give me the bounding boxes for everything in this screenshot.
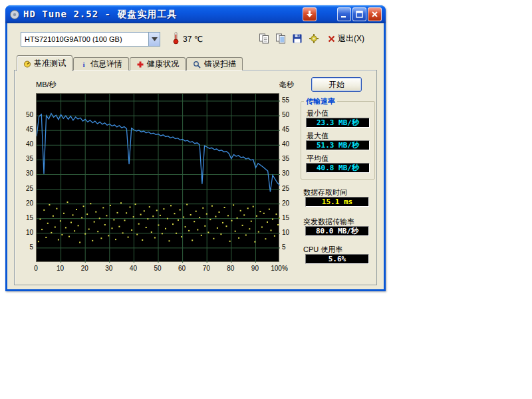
y-axis-tick-right: 35 bbox=[282, 155, 302, 162]
chevron-down-icon[interactable] bbox=[148, 33, 160, 46]
exit-button[interactable]: 退出(X) bbox=[327, 32, 365, 45]
window-title: HD Tune 2.52 - 硬盘实用工具 bbox=[23, 9, 177, 21]
burst-rate-value: 80.0 MB/秒 bbox=[305, 226, 369, 236]
tab-health[interactable]: 健康状况 bbox=[130, 57, 186, 70]
y-axis-tick-left: 40 bbox=[15, 140, 33, 148]
x-axis-tick: 50 bbox=[148, 265, 168, 272]
temperature-readout: 37 ℃ bbox=[183, 35, 203, 44]
copy-image-icon bbox=[275, 33, 286, 44]
y-axis-tick-right: 25 bbox=[282, 185, 302, 192]
options-icon bbox=[309, 33, 319, 44]
drive-select-value: HTS721010G9AT00 (100 GB) bbox=[25, 35, 148, 43]
info-icon: i bbox=[80, 61, 88, 68]
y-axis-tick-right: 20 bbox=[282, 200, 302, 207]
toolbar-icons bbox=[257, 32, 321, 45]
save-icon bbox=[292, 33, 303, 44]
x-axis-tick: 0 bbox=[26, 265, 46, 272]
x-axis-tick: 100% bbox=[269, 265, 289, 272]
y-axis-tick-right: 5 bbox=[282, 243, 302, 251]
y-axis-tick-right: 10 bbox=[282, 229, 302, 236]
y-axis-tick-left: 35 bbox=[15, 155, 33, 162]
x-axis-tick: 70 bbox=[196, 265, 216, 272]
y-axis-tick-left: 5 bbox=[15, 243, 33, 251]
transfer-rate-group: 传输速率 最小值 23.3 MB/秒 最大值 51.3 MB/秒 平均值 40.… bbox=[301, 101, 375, 180]
y-axis-tick-right: 15 bbox=[282, 214, 302, 221]
benchmark-icon bbox=[23, 60, 31, 68]
plot-area bbox=[36, 93, 279, 262]
y-axis-tick-right: 45 bbox=[282, 126, 302, 133]
tab-benchmark[interactable]: 基准测试 bbox=[17, 55, 72, 71]
tab-health-label: 健康状况 bbox=[147, 59, 179, 70]
close-button[interactable] bbox=[368, 7, 382, 21]
drive-select[interactable]: HTS721010G9AT00 (100 GB) bbox=[21, 32, 160, 47]
exit-x-icon bbox=[327, 35, 336, 43]
y-axis-tick-left: 10 bbox=[15, 229, 33, 236]
x-axis-tick: 30 bbox=[99, 265, 119, 272]
download-arrow-icon bbox=[305, 9, 315, 19]
close-icon bbox=[370, 10, 379, 19]
avg-value: 40.8 MB/秒 bbox=[306, 163, 370, 173]
y-axis-tick-right: 30 bbox=[282, 170, 302, 177]
tab-info-label: 信息详情 bbox=[90, 59, 122, 70]
x-axis-tick: 90 bbox=[245, 265, 265, 272]
exit-label: 退出(X) bbox=[338, 33, 364, 45]
left-axis-unit: MB/秒 bbox=[36, 80, 57, 90]
svg-text:i: i bbox=[82, 61, 84, 68]
tab-benchmark-label: 基准测试 bbox=[34, 58, 66, 69]
x-axis-tick: 60 bbox=[172, 265, 192, 272]
max-value: 51.3 MB/秒 bbox=[306, 140, 370, 150]
x-axis-tick: 10 bbox=[51, 265, 70, 272]
options-button[interactable] bbox=[307, 32, 321, 45]
y-axis-tick-left: 30 bbox=[15, 170, 33, 177]
minimize-icon bbox=[340, 10, 348, 19]
y-axis-tick-right: 40 bbox=[282, 140, 302, 148]
maximize-button[interactable] bbox=[352, 7, 366, 21]
app-icon[interactable] bbox=[9, 9, 20, 20]
maximize-icon bbox=[355, 10, 364, 19]
start-button[interactable]: 开始 bbox=[311, 77, 362, 92]
error-scan-icon bbox=[193, 61, 201, 68]
y-axis-tick-left: 45 bbox=[15, 126, 33, 133]
tab-error-scan-label: 错误扫描 bbox=[204, 59, 236, 70]
tab-error-scan[interactable]: 错误扫描 bbox=[186, 57, 243, 70]
download-button[interactable] bbox=[303, 7, 317, 21]
titlebar[interactable]: HD Tune 2.52 - 硬盘实用工具 bbox=[5, 5, 386, 23]
x-axis-tick: 80 bbox=[221, 265, 241, 272]
y-axis-tick-left: 20 bbox=[15, 200, 33, 207]
max-label: 最大值 bbox=[307, 131, 329, 141]
thermometer-icon bbox=[172, 31, 180, 47]
y-axis-tick-right: 55 bbox=[282, 96, 302, 104]
access-time-label: 数据存取时间 bbox=[303, 188, 347, 198]
right-axis-unit: 毫秒 bbox=[279, 80, 294, 90]
minimize-button[interactable] bbox=[337, 7, 351, 21]
copy-image-button[interactable] bbox=[273, 32, 288, 45]
tab-info[interactable]: i 信息详情 bbox=[73, 57, 129, 70]
x-axis-tick: 40 bbox=[123, 265, 143, 272]
benchmark-plot-svg bbox=[37, 94, 280, 263]
hd-tune-window: HD Tune 2.52 - 硬盘实用工具 HTS721010G9AT00 (1… bbox=[5, 5, 386, 291]
save-button[interactable] bbox=[290, 32, 305, 45]
tabstrip: 基准测试 i 信息详情 健康状况 错误扫描 bbox=[17, 55, 243, 70]
min-value: 23.3 MB/秒 bbox=[306, 118, 370, 128]
cpu-usage-value: 5.6% bbox=[305, 254, 369, 264]
transfer-rate-group-title: 传输速率 bbox=[304, 96, 337, 106]
client-area: HTS721010G9AT00 (100 GB) 37 ℃ bbox=[7, 23, 384, 289]
y-axis-tick-right: 50 bbox=[282, 111, 302, 118]
y-axis-tick-left: 25 bbox=[15, 185, 33, 192]
copy-text-icon bbox=[259, 33, 269, 44]
burst-rate-label: 突发数据传输率 bbox=[303, 217, 354, 227]
x-axis-tick: 20 bbox=[74, 265, 94, 272]
copy-text-button[interactable] bbox=[257, 32, 271, 45]
cpu-usage-label: CPU 使用率 bbox=[303, 245, 342, 255]
health-icon bbox=[136, 61, 144, 68]
min-label: 最小值 bbox=[307, 108, 329, 118]
y-axis-tick-left: 15 bbox=[15, 214, 33, 221]
avg-label: 平均值 bbox=[307, 154, 329, 164]
access-time-value: 15.1 ms bbox=[305, 197, 369, 207]
y-axis-tick-left: 50 bbox=[15, 111, 33, 118]
benchmark-panel: MB/秒 毫秒 50454035302520151055550454035302… bbox=[14, 70, 377, 285]
